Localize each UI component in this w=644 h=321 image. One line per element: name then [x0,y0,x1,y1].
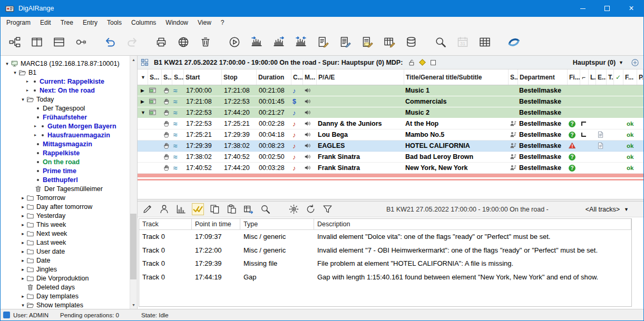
track-filter-dropdown-icon[interactable]: ▼ [624,207,629,212]
redo-icon[interactable] [126,36,138,48]
undo-icon[interactable] [104,36,116,48]
tree-item-hausfrauenmagazin[interactable]: ▸Hausfrauenmagazin [2,131,129,139]
wave-icon[interactable]: ≈ [172,107,184,118]
hand-icon[interactable] [162,118,172,129]
schedule-row-bad-bad-leroy-brown[interactable]: ≈17:38:0217:40:5200:02:50♪Frank SinatraB… [138,152,643,163]
column-header-title-general-title-subtitle[interactable]: Title/General title/Subtitle [404,69,509,85]
wave-icon[interactable]: ≈ [172,152,184,162]
tree-item-this-week[interactable]: ▸This week [2,220,129,229]
log-column-track[interactable]: Track [139,219,192,229]
column-header-stop[interactable]: Stop [222,69,257,85]
schedule-row-music-2[interactable]: ▼≈17:22:5317:44:2000:21:27♪Music 2Bestel… [138,107,643,118]
tree-item-next-on-the-road[interactable]: ▸Next: On the road [2,86,129,95]
tree-expander-icon[interactable]: ▸ [19,213,26,218]
hand-icon[interactable] [162,141,172,151]
row-expander-icon[interactable]: ▶ [138,96,148,107]
schedule-row-mambo-no-5[interactable]: ≈17:25:2117:29:3900:04:18♪Lou BegaMambo … [138,129,643,141]
column-header-s[interactable]: S... [509,69,518,85]
hand-icon[interactable] [162,85,172,96]
tree-item-b1[interactable]: ▾B1 [2,68,129,77]
log-column-point-in-time[interactable]: Point in time [192,219,240,229]
tree-expander-icon[interactable]: ▸ [19,204,26,209]
tree-expander-icon[interactable]: ▸ [19,231,26,236]
validate-icon[interactable] [192,204,203,215]
tree-item-current-rappelkiste[interactable]: ▸Current: Rappelkiste [2,77,129,86]
tree-scrollbar[interactable]: ▲ ▼ [130,56,137,309]
scroll-down-icon[interactable]: ▼ [130,301,137,309]
waveform-in-icon[interactable] [251,36,262,48]
menu-tools[interactable]: Tools [102,17,126,28]
tree-expander-icon[interactable]: ▾ [19,97,26,102]
log-row[interactable]: Track 017:29:39Missing fileFile problem … [139,257,631,270]
print-icon[interactable] [155,36,167,48]
track-filter-select[interactable]: <All tracks> [586,206,620,213]
waveform-marker-icon[interactable] [295,36,307,48]
edit-entry-icon[interactable] [317,36,329,48]
tree-item-marc18-192-168-178-87-10001[interactable]: ▾MARC18 (192.168.178.87:10001) [2,59,129,68]
column-header-f[interactable]: F... [623,69,637,85]
column-header-t[interactable]: T... [607,69,614,85]
hand-icon[interactable] [162,96,172,107]
tree-item-der-tagespool[interactable]: Der Tagespool [2,104,129,113]
layout-icon[interactable] [141,58,149,66]
wave-icon[interactable]: ≈ [172,118,184,129]
column-header-p-a-e[interactable]: P/A/E [317,69,404,85]
scroll-up-icon[interactable]: ▲ [130,56,137,64]
grid-icon[interactable] [479,36,491,48]
tree-item-jingles[interactable]: ▸Jingles [2,265,129,274]
wave-icon[interactable]: ≈ [172,85,184,96]
wave-icon[interactable]: ≈ [172,129,184,140]
tree-item-deleted-days[interactable]: Deleted days [2,283,129,292]
hand-icon[interactable] [162,129,172,140]
tree-expander-icon[interactable]: ▸ [19,249,26,254]
schedule-row-hotel-california[interactable]: ≈17:29:3917:38:0200:08:23♪EAGLESHOTEL CA… [138,141,643,152]
split-vertical-icon[interactable] [31,36,43,48]
menu-tree[interactable]: Tree [56,17,78,28]
connect-icon[interactable] [75,36,87,48]
menu-columns[interactable]: Columns [126,17,161,28]
column-header-l[interactable]: L... [589,69,596,85]
column-header-c[interactable]: C... [291,69,303,85]
column-header-s[interactable]: S... [172,69,184,85]
tree-item-next-week[interactable]: ▸Next week [2,229,129,238]
tree-expander-icon[interactable]: ▾ [19,303,26,308]
log-row[interactable]: Track 017:44:19GapGap with length 1:15:4… [139,270,631,284]
column-header-fi[interactable]: Fi... [568,69,580,85]
hand-icon[interactable] [162,152,172,162]
edit-table-icon[interactable] [384,36,395,48]
tree-item-on-the-road[interactable]: On the road [2,157,129,166]
search-icon[interactable] [260,204,271,215]
column-header-item[interactable]: ✓ [614,69,623,85]
play-icon[interactable] [229,36,240,48]
tree-item-today[interactable]: ▾Today [2,95,129,104]
scrollbar-thumb[interactable] [130,214,136,279]
tree-item-last-week[interactable]: ▸Last week [2,238,129,247]
speaker-person-icon[interactable] [159,204,170,215]
column-header-item[interactable]: ⌐ [580,69,589,85]
edit-list-icon[interactable] [339,36,351,48]
track-selector[interactable]: Hauptspur (0) [573,59,616,66]
tree-expander-icon[interactable]: ▸ [19,240,26,245]
database-icon[interactable] [406,36,417,48]
tree-expander-icon[interactable]: ▸ [19,258,26,263]
minimize-button[interactable] [571,0,595,17]
track-selector-dropdown-icon[interactable]: ▼ [619,60,623,65]
wave-icon[interactable]: ≈ [172,163,184,173]
tree-item-rappelkiste[interactable]: Rappelkiste [2,148,129,157]
log-row[interactable]: Track 017:22:00Misc / genericInvalid ele… [139,244,631,257]
square-icon[interactable] [431,60,436,65]
menu-view[interactable]: View [193,17,216,28]
tree-item-day-after-tomorrow[interactable]: ▸Day after tomorrow [2,202,129,211]
menu-program[interactable]: Program [2,17,35,28]
schedule-row-commercials[interactable]: ▶≈17:21:0817:22:5300:01:45$CommercialsBe… [138,96,643,107]
waveform-out-icon[interactable] [273,36,285,48]
wave-icon[interactable]: ≈ [172,96,184,107]
row-expander-icon[interactable]: ▶ [138,85,148,96]
row-expander-icon[interactable]: ▼ [138,107,148,118]
transfer-icon[interactable] [243,204,254,215]
menu-window[interactable]: Window [161,17,193,28]
tree-item-show-templates[interactable]: ▾Show templates [2,300,129,309]
tree-item-guten-morgen-bayern[interactable]: ▸Guten Morgen Bayern [2,122,129,131]
tree-item-yesterday[interactable]: ▸Yesterday [2,211,129,220]
maximize-button[interactable] [595,0,619,17]
